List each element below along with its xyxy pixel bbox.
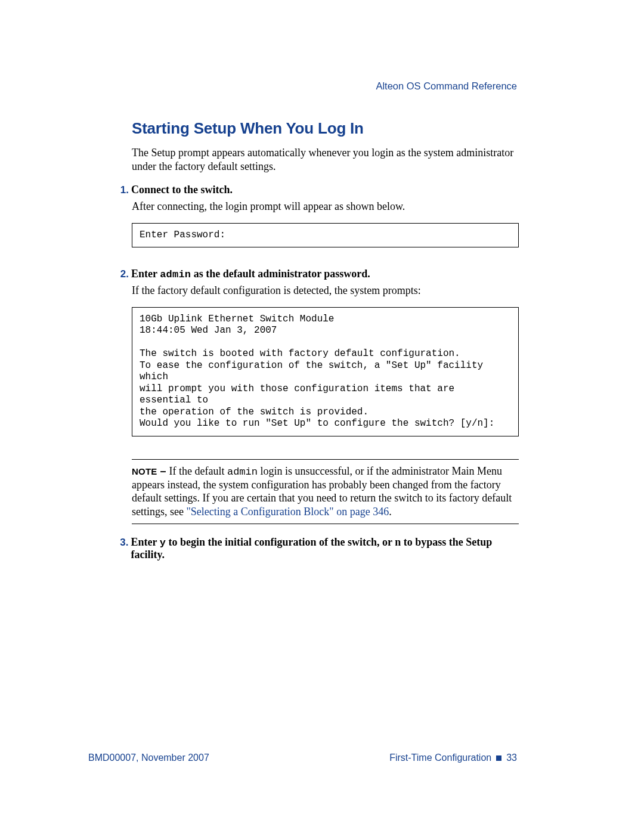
step-label-suffix: to begin the initial configuration of th… xyxy=(131,536,493,561)
code-block: 10Gb Uplink Ethernet Switch Module 18:44… xyxy=(132,307,519,436)
step-number: 3. xyxy=(117,537,131,549)
step-label-mono: admin xyxy=(160,269,191,280)
step-label-mono: y xyxy=(160,537,166,549)
step-label-prefix: Enter xyxy=(131,268,160,280)
footer-page-number: 33 xyxy=(506,753,517,763)
page-footer: BMD00007, November 2007 First-Time Confi… xyxy=(88,753,517,763)
step-heading: Enter y to begin the initial configurati… xyxy=(131,536,519,561)
step-1: 1. Connect to the switch. After connecti… xyxy=(132,184,519,247)
section-title: Starting Setup When You Log In xyxy=(132,119,519,138)
step-body: If the factory default configuration is … xyxy=(132,284,519,298)
step-3: 3. Enter y to begin the initial configur… xyxy=(132,536,519,561)
footer-chapter: First-Time Configuration xyxy=(389,753,491,763)
step-label-suffix: as the default administrator password. xyxy=(191,268,370,280)
note-block: NOTE – If the default admin login is uns… xyxy=(132,459,519,525)
step-heading: Connect to the switch. xyxy=(131,184,233,196)
note-dash: – xyxy=(157,465,169,477)
step-heading: Enter admin as the default administrator… xyxy=(131,268,370,280)
square-bullet-icon xyxy=(496,755,501,761)
note-text: If the default xyxy=(169,465,227,477)
note-label: NOTE xyxy=(132,466,157,476)
code-block: Enter Password: xyxy=(132,223,519,248)
cross-reference-link[interactable]: "Selecting a Configuration Block" on pag… xyxy=(187,506,389,518)
step-number: 2. xyxy=(117,268,131,280)
section-intro: The Setup prompt appears automatically w… xyxy=(132,146,519,173)
step-body: After connecting, the login prompt will … xyxy=(132,200,519,213)
note-mono: admin xyxy=(227,466,258,478)
note-text: . xyxy=(389,506,392,518)
running-header: Alteon OS Command Reference xyxy=(376,80,517,92)
page: Alteon OS Command Reference Starting Set… xyxy=(0,0,644,833)
step-label-prefix: Enter xyxy=(131,536,160,548)
step-2: 2. Enter admin as the default administra… xyxy=(132,268,519,436)
footer-doc-id: BMD00007, November 2007 xyxy=(88,753,209,763)
step-number: 1. xyxy=(117,184,131,196)
